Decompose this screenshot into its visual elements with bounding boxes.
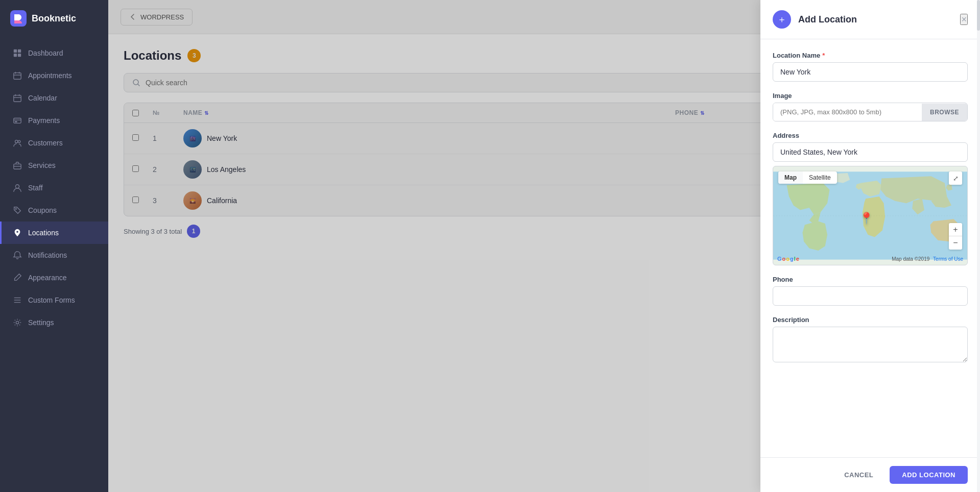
svg-point-25	[16, 321, 18, 324]
sidebar-item-coupons[interactable]: Coupons	[0, 199, 108, 222]
panel-body: Location Name * Image BROWSE Address	[760, 39, 980, 457]
sidebar-item-payments-label: Payments	[28, 116, 60, 125]
briefcase-icon	[13, 161, 22, 170]
svg-rect-13	[14, 118, 21, 124]
description-input[interactable]	[773, 327, 968, 362]
description-label: Description	[773, 316, 968, 324]
add-location-panel: ＋ Add Location × Location Name * Image	[760, 0, 980, 492]
panel-title: Add Location	[798, 14, 953, 25]
sidebar-item-payments[interactable]: Payments	[0, 109, 108, 132]
location-name-field: Location Name *	[773, 52, 968, 82]
scrollbar-track	[977, 0, 980, 492]
svg-rect-3	[14, 54, 17, 57]
svg-point-16	[15, 140, 18, 143]
svg-point-17	[18, 140, 20, 143]
browse-button[interactable]: BROWSE	[922, 104, 967, 121]
credit-card-icon	[13, 116, 22, 125]
terms-link[interactable]: Terms of Use	[933, 256, 963, 262]
map-tab-map[interactable]: Map	[778, 171, 803, 184]
svg-rect-4	[18, 54, 21, 57]
location-name-input[interactable]	[773, 62, 968, 82]
svg-rect-9	[14, 95, 21, 102]
sidebar-item-customers[interactable]: Customers	[0, 132, 108, 154]
map-location-pin: 📍	[859, 212, 873, 225]
calendar-icon	[13, 71, 22, 80]
map-tab-satellite[interactable]: Satellite	[803, 171, 837, 184]
sidebar-item-services-label: Services	[28, 161, 56, 169]
phone-label: Phone	[773, 276, 968, 283]
svg-rect-2	[18, 50, 21, 53]
address-field: Address	[773, 132, 968, 265]
sidebar: Booknetic Dashboard Appointments	[0, 0, 108, 492]
svg-rect-1	[14, 50, 17, 53]
sidebar-item-calendar-label: Calendar	[28, 94, 57, 102]
cancel-button[interactable]: CANCEL	[834, 466, 883, 484]
map-pin-icon	[13, 228, 22, 237]
sidebar-item-customers-label: Customers	[28, 139, 63, 147]
sidebar-item-custom-forms[interactable]: Custom Forms	[0, 289, 108, 311]
booknetic-logo-icon	[10, 10, 27, 27]
sidebar-item-coupons-label: Coupons	[28, 206, 57, 214]
required-star: *	[822, 52, 825, 59]
close-button[interactable]: ×	[960, 14, 968, 25]
sidebar-item-appearance[interactable]: Appearance	[0, 266, 108, 289]
grid-icon	[13, 48, 22, 58]
google-logo: G o o g l e	[777, 256, 799, 262]
image-input-row: BROWSE	[773, 103, 968, 121]
description-field: Description	[773, 316, 968, 364]
plus-icon: ＋	[777, 13, 786, 26]
image-label: Image	[773, 92, 968, 100]
sidebar-item-dashboard-label: Dashboard	[28, 49, 63, 57]
sidebar-item-staff[interactable]: Staff	[0, 177, 108, 199]
image-input[interactable]	[773, 103, 922, 121]
sidebar-item-appointments[interactable]: Appointments	[0, 64, 108, 87]
sidebar-nav: Dashboard Appointments Calendar	[0, 37, 108, 339]
main-area: WORDPRESS ＋ Add Location Locations 3	[108, 0, 980, 492]
phone-field: Phone	[773, 276, 968, 306]
tag-icon	[13, 206, 22, 215]
map-attribution: Map data ©2019 Terms of Use	[892, 256, 963, 262]
add-location-button[interactable]: ADD LOCATION	[890, 466, 968, 484]
sidebar-item-calendar[interactable]: Calendar	[0, 87, 108, 109]
sidebar-item-appearance-label: Appearance	[28, 274, 67, 282]
pen-icon	[13, 273, 22, 282]
address-input[interactable]	[773, 142, 968, 162]
sidebar-logo: Booknetic	[0, 0, 108, 37]
sidebar-item-services[interactable]: Services	[0, 154, 108, 177]
map-container: 📍 Map Satellite ⤢ + − G	[773, 166, 968, 265]
sidebar-item-notifications-label: Notifications	[28, 251, 67, 259]
scrollbar-thumb	[977, 0, 980, 31]
svg-point-20	[15, 185, 19, 188]
calendar-alt-icon	[13, 93, 22, 103]
svg-point-21	[15, 208, 16, 209]
map-expand-button[interactable]: ⤢	[949, 171, 962, 185]
sidebar-item-dashboard[interactable]: Dashboard	[0, 42, 108, 64]
image-field: Image BROWSE	[773, 92, 968, 121]
panel-footer: CANCEL ADD LOCATION	[760, 457, 980, 492]
user-icon	[13, 183, 22, 192]
sidebar-item-staff-label: Staff	[28, 184, 43, 192]
sidebar-item-locations[interactable]: Locations	[0, 222, 108, 244]
sidebar-item-appointments-label: Appointments	[28, 71, 72, 80]
sidebar-item-settings-label: Settings	[28, 318, 54, 327]
sidebar-item-custom-forms-label: Custom Forms	[28, 296, 75, 304]
svg-rect-15	[15, 121, 17, 122]
bell-icon	[13, 251, 22, 260]
sidebar-item-notifications[interactable]: Notifications	[0, 244, 108, 266]
app-name: Booknetic	[32, 13, 76, 24]
map-zoom-controls: + −	[949, 223, 962, 250]
address-label: Address	[773, 132, 968, 139]
sidebar-item-settings[interactable]: Settings	[0, 311, 108, 334]
users-icon	[13, 138, 22, 147]
panel-icon: ＋	[773, 10, 791, 29]
list-icon	[13, 296, 22, 305]
map-tabs: Map Satellite	[778, 171, 837, 184]
map-zoom-out-button[interactable]: −	[949, 236, 962, 250]
svg-rect-5	[14, 73, 21, 80]
map-zoom-in-button[interactable]: +	[949, 223, 962, 236]
sidebar-item-locations-label: Locations	[28, 229, 59, 237]
panel-header: ＋ Add Location ×	[760, 0, 980, 39]
location-name-label: Location Name *	[773, 52, 968, 59]
settings-icon	[13, 318, 22, 327]
phone-input[interactable]	[773, 286, 968, 306]
